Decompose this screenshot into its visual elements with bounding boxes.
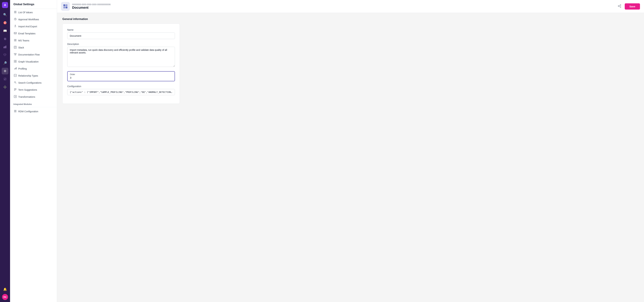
sidebar-label-slack: Slack (18, 46, 24, 49)
email-templates-icon (14, 32, 16, 35)
user-avatar[interactable]: RK (2, 294, 8, 300)
goals-nav-icon[interactable]: 🎯 (2, 19, 8, 26)
graph-visualization-icon (14, 60, 16, 63)
plus-nav-icon[interactable]: ➕ (2, 84, 8, 90)
configuration-label: Configuration (67, 85, 175, 88)
sidebar-item-documentation-flow[interactable]: Documentation Flow (10, 51, 57, 58)
sidebar: Global Settings List Of Values Approval … (10, 0, 57, 302)
description-label: Description (67, 43, 175, 45)
svg-rect-1 (5, 46, 5, 48)
sidebar-label-graph-visualization: Graph Visualization (18, 60, 38, 63)
svg-rect-24 (15, 68, 15, 69)
sidebar-label-profiling: Profiling (18, 67, 27, 70)
slack-icon (14, 46, 16, 49)
sidebar-item-term-suggestions[interactable]: Term Suggestions (10, 86, 57, 93)
catalog-nav-icon[interactable]: 📖 (2, 27, 8, 34)
icon-bar: A 🔍 🎯 📖 ⧉ 🛡 🔎 ⚙ ☑ ➕ 🔔 RK (0, 0, 10, 302)
transformations-icon (14, 95, 16, 99)
svg-rect-4 (14, 12, 16, 12)
content-area: General information Name Description Ord… (57, 13, 644, 302)
svg-rect-20 (16, 60, 16, 61)
layers-nav-icon[interactable]: ⧉ (2, 35, 8, 42)
svg-rect-9 (16, 39, 16, 40)
svg-rect-11 (16, 40, 16, 41)
topbar: 00000000-0000-0000-0000-000000000006 Doc… (57, 0, 644, 13)
save-button[interactable]: Save (625, 3, 640, 9)
svg-rect-0 (4, 47, 4, 48)
svg-rect-39 (64, 6, 65, 8)
svg-rect-5 (14, 13, 16, 13)
svg-rect-35 (14, 111, 16, 111)
svg-rect-8 (14, 39, 15, 40)
svg-rect-40 (66, 6, 68, 8)
approval-workflows-icon (14, 18, 16, 21)
name-input[interactable] (67, 32, 175, 39)
search-nav-icon[interactable]: 🔍 (2, 11, 8, 18)
sidebar-item-profiling[interactable]: Profiling (10, 65, 57, 72)
sidebar-label-documentation-flow: Documentation Flow (18, 53, 40, 56)
sidebar-item-ms-teams[interactable]: MS Teams (10, 37, 57, 44)
svg-rect-31 (14, 89, 16, 90)
sidebar-label-rdm-configuration: RDM Configuration (18, 110, 38, 113)
topbar-left: 00000000-0000-0000-0000-000000000006 Doc… (61, 2, 111, 11)
sidebar-item-relationship-types[interactable]: Relationship Types (10, 72, 57, 79)
svg-rect-23 (14, 68, 14, 69)
svg-rect-26 (16, 67, 16, 69)
sidebar-item-import-export[interactable]: Import And Export (10, 23, 57, 30)
sidebar-item-search-configurations[interactable]: Search Configurations (10, 79, 57, 86)
sidebar-label-approval-workflows: Approval Workflows (18, 18, 39, 21)
svg-rect-19 (14, 60, 15, 61)
sidebar-label-relationship-types: Relationship Types (18, 74, 38, 77)
svg-rect-32 (14, 90, 16, 90)
section-title: General information (62, 17, 639, 21)
sidebar-item-slack[interactable]: Slack (10, 44, 57, 51)
sidebar-label-ms-teams: MS Teams (18, 39, 29, 42)
sidebar-title: Global Settings (10, 0, 57, 9)
share-button[interactable] (616, 3, 623, 10)
sidebar-item-graph-visualization[interactable]: Graph Visualization (10, 58, 57, 65)
svg-rect-3 (14, 11, 16, 11)
svg-rect-38 (66, 4, 68, 6)
settings-nav-icon[interactable]: ⚙ (2, 68, 8, 74)
bell-nav-icon[interactable]: 🔔 (2, 286, 8, 293)
sidebar-item-email-templates[interactable]: Email Templates (10, 30, 57, 37)
svg-rect-25 (16, 67, 16, 69)
integrated-modules-label: Integrated Modules (10, 100, 57, 106)
sidebar-label-search-configurations: Search Configurations (18, 81, 42, 84)
order-group: Order (67, 71, 175, 81)
svg-rect-7 (14, 32, 16, 34)
svg-rect-34 (14, 110, 16, 110)
relationship-types-icon (14, 74, 16, 77)
configuration-input[interactable] (67, 89, 175, 95)
search-configurations-icon (14, 81, 16, 84)
topbar-title-group: 00000000-0000-0000-0000-000000000006 Doc… (72, 3, 111, 9)
svg-rect-30 (14, 88, 16, 89)
svg-rect-17 (16, 53, 16, 54)
sidebar-label-list-of-values: List Of Values (18, 11, 33, 14)
order-input[interactable] (70, 76, 172, 79)
sidebar-item-list-of-values[interactable]: List Of Values (10, 9, 57, 16)
app-logo[interactable]: A (2, 2, 8, 8)
sidebar-item-rdm-configuration[interactable]: RDM Configuration (10, 108, 57, 115)
shield-nav-icon[interactable]: 🛡 (2, 52, 8, 58)
order-label: Order (70, 73, 172, 76)
main-content: 00000000-0000-0000-0000-000000000006 Doc… (57, 0, 644, 302)
rdm-configuration-icon (14, 110, 16, 113)
description-textarea[interactable] (67, 47, 175, 67)
term-suggestions-icon (14, 88, 16, 91)
sidebar-item-approval-workflows[interactable]: Approval Workflows (10, 16, 57, 23)
topbar-actions: Save (616, 3, 640, 10)
svg-rect-21 (14, 61, 15, 62)
documentation-flow-icon (14, 53, 16, 56)
svg-rect-18 (15, 54, 16, 55)
name-group: Name (67, 28, 175, 39)
order-input-wrapper: Order (67, 71, 175, 81)
svg-point-43 (620, 6, 621, 7)
sidebar-item-transformations[interactable]: Transformations (10, 93, 57, 100)
svg-rect-22 (16, 61, 16, 62)
svg-point-41 (620, 4, 621, 5)
check-nav-icon[interactable]: ☑ (2, 76, 8, 82)
search2-nav-icon[interactable]: 🔎 (2, 60, 8, 66)
svg-point-29 (14, 82, 16, 83)
analytics-nav-icon[interactable] (2, 43, 8, 50)
